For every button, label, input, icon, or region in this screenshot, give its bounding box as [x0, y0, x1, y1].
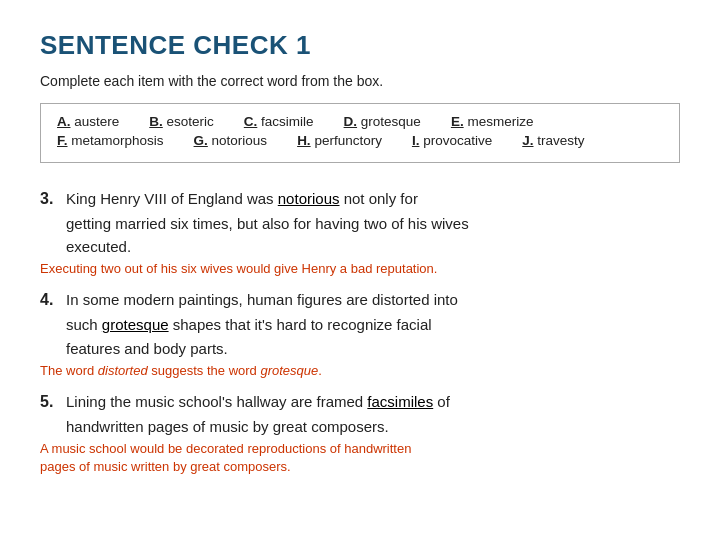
q4-answer: grotesque — [102, 316, 169, 333]
question-5: 5. Lining the music school's hallway are… — [40, 390, 680, 476]
q3-continuation-1: getting married six times, but also for … — [66, 212, 680, 235]
page-title: SENTENCE CHECK 1 — [40, 30, 680, 61]
q3-continuation-2: executed. — [66, 235, 680, 258]
word-item-j: J. travesty — [522, 133, 584, 148]
question-3-line: 3. King Henry VIII of England was notori… — [40, 187, 680, 212]
word-item-i: I. provocative — [412, 133, 492, 148]
word-box-row-1: A. austere B. esoteric C. facsimile D. g… — [57, 114, 663, 129]
word-item-d: D. grotesque — [344, 114, 421, 129]
instruction-text: Complete each item with the correct word… — [40, 73, 680, 89]
word-item-e: E. mesmerize — [451, 114, 534, 129]
question-5-line: 5. Lining the music school's hallway are… — [40, 390, 680, 415]
q3-text: King Henry VIII of England was notorious… — [66, 187, 680, 210]
word-box-row-2: F. metamorphosis G. notorious H. perfunc… — [57, 133, 663, 148]
q3-hint: Executing two out of his six wives would… — [40, 260, 680, 278]
q3-answer: notorious — [278, 190, 340, 207]
word-item-g: G. notorious — [194, 133, 268, 148]
q4-continuation-2: features and body parts. — [66, 337, 680, 360]
q5-answer: facsimiles — [367, 393, 433, 410]
word-box: A. austere B. esoteric C. facsimile D. g… — [40, 103, 680, 163]
q4-text: In some modern paintings, human figures … — [66, 288, 680, 311]
question-3: 3. King Henry VIII of England was notori… — [40, 187, 680, 278]
q4-continuation-1: such grotesque shapes that it's hard to … — [66, 313, 680, 336]
q5-text: Lining the music school's hallway are fr… — [66, 390, 680, 413]
word-item-a: A. austere — [57, 114, 119, 129]
q5-hint: A music school would be decorated reprod… — [40, 440, 680, 476]
q3-number: 3. — [40, 187, 66, 212]
q5-number: 5. — [40, 390, 66, 415]
question-4-line: 4. In some modern paintings, human figur… — [40, 288, 680, 313]
question-4: 4. In some modern paintings, human figur… — [40, 288, 680, 379]
q4-hint: The word distorted suggests the word gro… — [40, 362, 680, 380]
word-item-b: B. esoteric — [149, 114, 214, 129]
q5-continuation-1: handwritten pages of music by great comp… — [66, 415, 680, 438]
word-item-c: C. facsimile — [244, 114, 314, 129]
word-item-f: F. metamorphosis — [57, 133, 164, 148]
questions-section: 3. King Henry VIII of England was notori… — [40, 187, 680, 476]
word-item-h: H. perfunctory — [297, 133, 382, 148]
q4-number: 4. — [40, 288, 66, 313]
